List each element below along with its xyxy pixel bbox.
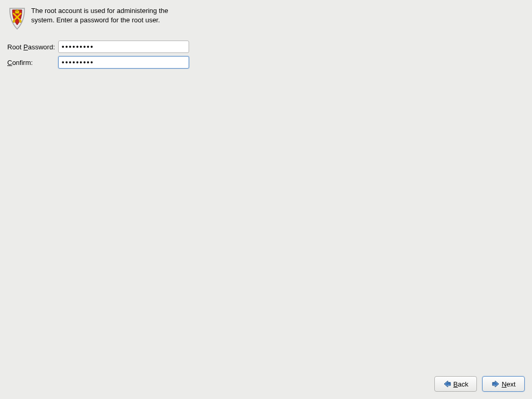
shield-icon [7, 6, 27, 31]
back-button[interactable]: Back [434, 376, 477, 392]
arrow-right-icon [491, 380, 500, 388]
root-password-page: The root account is used for administeri… [0, 0, 532, 78]
header-row: The root account is used for administeri… [7, 6, 525, 31]
svg-rect-1 [17, 10, 18, 11]
arrow-left-icon [443, 380, 451, 388]
navigation-buttons: Back Next [434, 376, 525, 392]
page-description: The root account is used for administeri… [31, 6, 182, 24]
password-form: Root Password: Confirm: [7, 37, 189, 72]
confirm-password-label: Confirm: [7, 59, 33, 66]
root-password-label: Root Password: [7, 43, 55, 51]
next-button[interactable]: Next [482, 376, 525, 392]
root-password-input[interactable] [58, 41, 189, 53]
confirm-password-input[interactable] [58, 56, 189, 69]
